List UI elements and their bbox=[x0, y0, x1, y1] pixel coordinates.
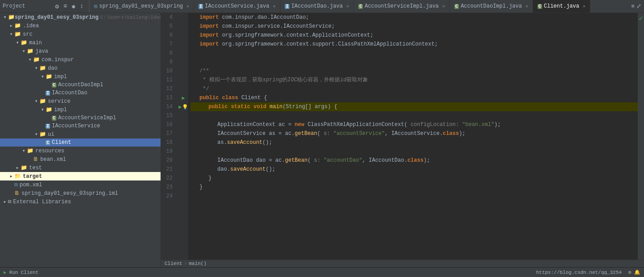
tree-target[interactable]: 📁 target bbox=[0, 172, 161, 180]
root-path: C:\Users\bailang\IdeaPrc bbox=[100, 15, 161, 20]
tree-dao[interactable]: 📁 dao bbox=[0, 64, 161, 72]
tree-iml[interactable]: 🗎 spring_day01_eesy_03spring.iml bbox=[0, 189, 161, 197]
collapse-icon[interactable]: ↕ bbox=[80, 3, 84, 10]
tree-service[interactable]: 📁 service bbox=[0, 97, 161, 105]
tab-account_dao_impl[interactable]: CAccountDaoImpl.java✕ bbox=[450, 0, 533, 13]
dao-arrow bbox=[33, 65, 39, 71]
run-icon: ▶ bbox=[4, 269, 7, 275]
client-class-icon: C bbox=[46, 140, 50, 145]
service-label: service bbox=[48, 98, 70, 105]
tab-close-account_service_impl[interactable]: ✕ bbox=[442, 4, 445, 9]
tab-account_service_impl[interactable]: CAccountServiceImpl.java✕ bbox=[354, 0, 450, 13]
tree-service-impl[interactable]: 📁 impl bbox=[0, 105, 161, 114]
tree-iaccount-service[interactable]: I IAccountService bbox=[0, 122, 161, 130]
account-dao-impl-class-icon: C bbox=[52, 83, 56, 88]
code-line-15 bbox=[191, 111, 638, 120]
tree-root[interactable]: 📁 spring_day01_eesy_03spring C:\Users\ba… bbox=[0, 13, 161, 21]
tab-close-spring_day01[interactable]: ✕ bbox=[186, 4, 189, 9]
client-run-label: Client bbox=[21, 270, 38, 275]
resources-folder-icon: 📁 bbox=[27, 147, 34, 154]
tab-spring_day01[interactable]: mspring_day01_eesy_03spring✕ bbox=[89, 0, 194, 13]
run-arrow-14[interactable]: ▶ bbox=[178, 104, 182, 110]
resources-label: resources bbox=[35, 148, 64, 154]
tree-pom-xml[interactable]: m pom.xml bbox=[0, 180, 161, 189]
tree-com-inspur[interactable]: 📁 com.inspur bbox=[0, 55, 161, 64]
gear-icon[interactable]: ⚙ bbox=[55, 3, 59, 10]
settings-icon[interactable]: ⚙ bbox=[628, 270, 631, 275]
iml-icon: 🗎 bbox=[14, 190, 20, 197]
tab-icon-spring_day01: m bbox=[94, 3, 97, 10]
tree-bean-xml[interactable]: 🗎 bean.xml bbox=[0, 155, 161, 164]
client-label: Client bbox=[52, 139, 71, 146]
account-service-impl-label: AccountServiceImpl bbox=[58, 115, 116, 121]
service-impl-arrow bbox=[39, 106, 46, 113]
tree-client[interactable]: C Client bbox=[0, 138, 161, 147]
main-label: main bbox=[29, 40, 42, 46]
java-folder-icon: 📁 bbox=[27, 48, 34, 55]
menu-icon[interactable]: ≡ bbox=[64, 3, 67, 10]
service-folder-icon: 📁 bbox=[39, 98, 46, 105]
tree-account-dao-impl[interactable]: C AccountDaoImpl bbox=[0, 81, 161, 89]
tab-label-client: Client.java bbox=[544, 3, 579, 9]
tree-account-service-impl[interactable]: C AccountServiceImpl bbox=[0, 114, 161, 122]
tab-icon-account_dao_impl: C bbox=[454, 4, 459, 9]
com-inspur-folder-icon: 📁 bbox=[33, 56, 40, 63]
tree-dao-impl[interactable]: 📁 impl bbox=[0, 72, 161, 81]
code-line-14: public static void main(String[] args) { bbox=[191, 102, 638, 111]
tab-close-iaccount_dao[interactable]: ✕ bbox=[346, 4, 349, 9]
notification-icon[interactable]: 🔔 bbox=[634, 270, 640, 275]
src-arrow bbox=[8, 31, 14, 38]
tab-iaccount_dao[interactable]: IIAccountDao.java✕ bbox=[280, 0, 354, 13]
root-label: spring_day01_eesy_03spring bbox=[15, 14, 98, 21]
com-inspur-label: com.inspur bbox=[42, 57, 74, 63]
run-arrow-13[interactable]: ▶ bbox=[182, 95, 185, 101]
tree-main[interactable]: 📁 main bbox=[0, 38, 161, 47]
tree-iaccount-dao[interactable]: I IAccountDao bbox=[0, 89, 161, 97]
main-folder-icon: 📁 bbox=[21, 39, 27, 46]
tab-icon-iaccount_dao: I bbox=[285, 4, 289, 9]
bottom-bar: ▶ Run Client https://blog.csdn.net/qq_32… bbox=[0, 267, 644, 277]
tree-src[interactable]: 📁 src bbox=[0, 30, 161, 38]
tab-client[interactable]: CClient.java✕ bbox=[533, 0, 590, 13]
code-editor[interactable]: import com.inspur.dao.IAccountDao; impor… bbox=[188, 13, 638, 260]
breadcrumb-main[interactable]: main() bbox=[189, 261, 207, 266]
line-numbers: 4 5 6 7 8 9 10 11 12 13 14 15 16 17 18 1… bbox=[161, 13, 179, 260]
dao-impl-folder-icon: 📁 bbox=[46, 73, 52, 80]
breadcrumb-sep: › bbox=[184, 261, 187, 266]
pom-xml-label: pom.xml bbox=[20, 182, 42, 188]
tree-external-libraries[interactable]: ⊟ External Libraries bbox=[0, 197, 161, 206]
tab-list-icon[interactable]: ≡ bbox=[631, 3, 635, 10]
code-line-18: as.saveAccount(); bbox=[191, 138, 638, 147]
status-url: https://blog.csdn.net/qq_3254 bbox=[536, 270, 622, 275]
pin-icon[interactable]: ✱ bbox=[72, 3, 75, 10]
breadcrumb-client[interactable]: Client bbox=[165, 261, 182, 266]
code-line-22: } bbox=[191, 174, 638, 183]
expand-icon[interactable]: ⤢ bbox=[636, 3, 641, 10]
code-line-9 bbox=[191, 58, 638, 67]
tree-idea[interactable]: 📁 .idea bbox=[0, 21, 161, 30]
idea-folder-icon: 📁 bbox=[14, 22, 21, 29]
target-label: target bbox=[23, 173, 42, 180]
code-line-23: } bbox=[191, 183, 638, 192]
tab-iaccount_service[interactable]: IIAccountService.java✕ bbox=[194, 0, 280, 13]
tree-resources[interactable]: 📁 resources bbox=[0, 147, 161, 155]
code-line-20: IAccountDao dao = ac.getBean( s: "accoun… bbox=[191, 156, 638, 165]
main-area: 📁 spring_day01_eesy_03spring C:\Users\ba… bbox=[0, 13, 644, 267]
tree-java[interactable]: 📁 java bbox=[0, 47, 161, 55]
java-arrow bbox=[21, 48, 27, 55]
code-line-13: public class Client { bbox=[191, 93, 638, 102]
java-label: java bbox=[35, 48, 48, 55]
tab-close-client[interactable]: ✕ bbox=[583, 4, 585, 9]
account-dao-impl-label: AccountDaoImpl bbox=[58, 82, 103, 88]
tab-label-iaccount_service: IAccountService.java bbox=[205, 3, 269, 9]
code-line-6: import org.springframework.context.Appli… bbox=[191, 31, 638, 40]
code-line-5: import com.inspur.service.IAccountServic… bbox=[191, 22, 638, 31]
iaccount-dao-label: IAccountDao bbox=[52, 90, 87, 96]
tree-ui[interactable]: 📁 ui bbox=[0, 130, 161, 138]
tree-test[interactable]: 📁 test bbox=[0, 164, 161, 172]
breadcrumb: Client › main() bbox=[161, 260, 644, 267]
tab-close-iaccount_service[interactable]: ✕ bbox=[273, 4, 275, 9]
code-line-19 bbox=[191, 147, 638, 156]
service-arrow bbox=[33, 98, 39, 105]
tab-close-account_dao_impl[interactable]: ✕ bbox=[525, 4, 528, 9]
